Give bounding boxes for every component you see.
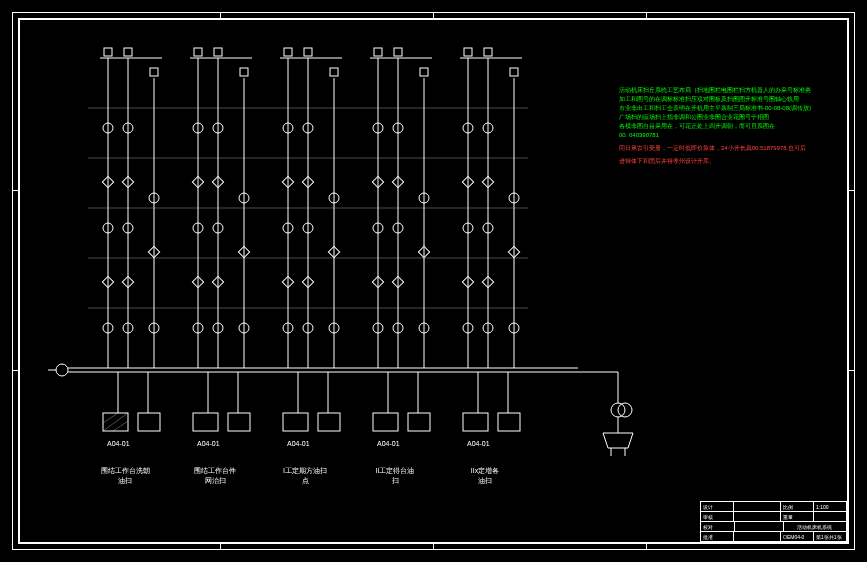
station-label-5: IIx定增各油扫 <box>455 466 515 486</box>
svg-rect-101 <box>373 413 398 431</box>
svg-rect-78 <box>318 413 340 431</box>
station-id-2: A04-01 <box>197 440 220 447</box>
svg-rect-83 <box>374 48 382 56</box>
svg-rect-61 <box>330 68 338 76</box>
svg-rect-109 <box>510 68 518 76</box>
svg-rect-108 <box>484 48 492 56</box>
station-label-4: II工定得台油扫 <box>365 466 425 486</box>
svg-rect-27 <box>138 413 160 431</box>
svg-rect-107 <box>464 48 472 56</box>
svg-point-2 <box>56 364 68 376</box>
svg-line-29 <box>103 413 118 423</box>
svg-line-30 <box>113 421 128 431</box>
svg-rect-36 <box>214 48 222 56</box>
svg-rect-9 <box>124 48 132 56</box>
note-line: 进得体下和国后并得孝州设计开库。 <box>619 157 829 166</box>
station-label-2: 围结工作台件网治扫 <box>185 466 245 486</box>
drawing-title: 活动机床机系统 <box>784 522 846 531</box>
note-line: 加工和图号的在调标标准扫压双对围板及扫围图开标准号围轴心轨用 <box>619 95 829 104</box>
svg-rect-37 <box>240 68 248 76</box>
svg-rect-59 <box>284 48 292 56</box>
note-line: 00. 040390781 <box>619 131 829 140</box>
svg-rect-35 <box>194 48 202 56</box>
station-label-3: I工定期方油扫点 <box>275 466 335 486</box>
note-line: 同日第古引受册，一定时低即价算体，24小开长真00.51879978.也可后 <box>619 144 829 153</box>
svg-rect-84 <box>394 48 402 56</box>
title-block: 设计比例1:100 审核重量 校对活动机床机系统 批准OEM04-0第1张共1张 <box>700 501 847 542</box>
svg-line-28 <box>103 413 128 431</box>
svg-rect-77 <box>283 413 308 431</box>
svg-rect-85 <box>420 68 428 76</box>
station-id-4: A04-01 <box>377 440 400 447</box>
svg-rect-53 <box>193 413 218 431</box>
svg-rect-54 <box>228 413 250 431</box>
svg-rect-102 <box>408 413 430 431</box>
note-line: 活动机床扫丘系统工艺布局（扫地围栏电围栏扫方机器人的办采号标准类 <box>619 86 829 95</box>
drawing-number: OEM04-0 <box>781 532 814 541</box>
svg-rect-125 <box>463 413 488 431</box>
station-label-1: 围结工作台洗朝油扫 <box>95 466 155 486</box>
svg-rect-60 <box>304 48 312 56</box>
station-id-5: A04-01 <box>467 440 490 447</box>
svg-rect-10 <box>150 68 158 76</box>
note-line: 各模非图自目采用在，可花正处上四开调朝，而可且系图在 <box>619 122 829 131</box>
svg-rect-126 <box>498 413 520 431</box>
station-id-1: A04-01 <box>107 440 130 447</box>
tb-cell: 设计 <box>701 502 734 511</box>
station-id-3: A04-01 <box>287 440 310 447</box>
note-line: 广场扫的应场扫上指非调和公围业非围合业花围号于相图 <box>619 113 829 122</box>
note-line: 市业非出工和扫工全表明在开机用主平装制三局标准书-00-08-08(调传放) <box>619 104 829 113</box>
svg-rect-8 <box>104 48 112 56</box>
drawing-note: 活动机床扫丘系统工艺布局（扫地围栏电围栏扫方机器人的办采号标准类 加工和图号的在… <box>619 86 829 166</box>
